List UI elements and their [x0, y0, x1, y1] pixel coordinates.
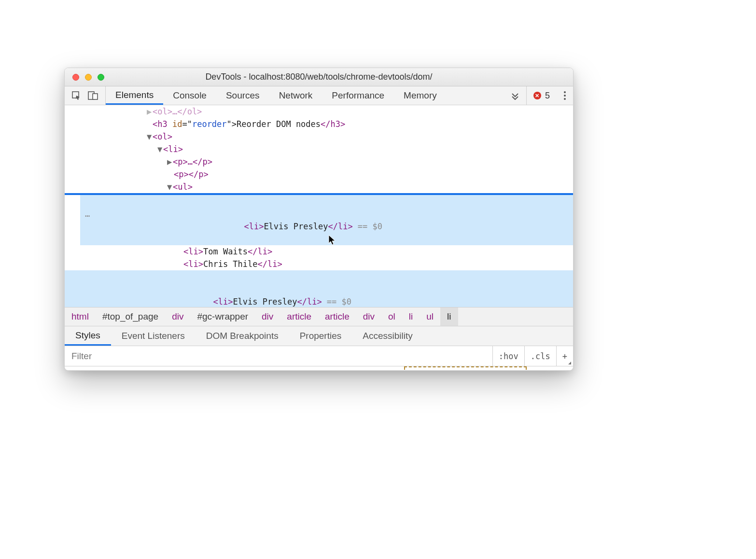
svg-point-4: [564, 95, 566, 97]
window-title: DevTools - localhost:8080/web/tools/chro…: [65, 72, 573, 82]
tab-elements[interactable]: Elements: [106, 86, 163, 105]
toolbar-left-group: [65, 86, 106, 105]
new-style-rule-button[interactable]: +: [556, 346, 573, 366]
crumb-ul[interactable]: ul: [420, 307, 440, 326]
subtab-accessibility[interactable]: Accessibility: [352, 326, 423, 346]
dom-node-li-open[interactable]: ▼<li>: [65, 143, 573, 155]
svg-point-3: [564, 91, 566, 93]
styles-filter-input[interactable]: [65, 346, 492, 366]
dom-node-li-selected[interactable]: … <li>Elvis Presley</li> == $0: [65, 270, 573, 307]
crumb-gc-wrapper[interactable]: #gc-wrapper: [190, 307, 255, 326]
dom-node-p-empty1[interactable]: <p></p>: [65, 168, 573, 181]
error-icon[interactable]: ✕: [533, 92, 541, 99]
close-window-button[interactable]: [72, 74, 79, 81]
crumb-div-2[interactable]: div: [255, 307, 280, 326]
crumb-article-2[interactable]: article: [318, 307, 356, 326]
minimize-window-button[interactable]: [85, 74, 92, 81]
dom-node-li-tom-waits[interactable]: <li>Tom Waits</li>: [65, 245, 573, 258]
breadcrumb: html #top_of_page div #gc-wrapper div ar…: [65, 307, 573, 326]
dom-node-li-chris-thile[interactable]: <li>Chris Thile</li>: [65, 258, 573, 270]
crumb-div-3[interactable]: div: [356, 307, 381, 326]
dom-node-ul-open[interactable]: ▼<ul>: [65, 181, 573, 193]
settings-menu-button[interactable]: [557, 86, 573, 105]
error-count[interactable]: 5: [545, 91, 550, 101]
traffic-lights: [65, 74, 104, 81]
svg-point-5: [564, 98, 566, 100]
inspect-element-icon[interactable]: [71, 91, 81, 100]
main-toolbar: Elements Console Sources Network Perform…: [65, 86, 573, 105]
styles-body: [65, 366, 573, 370]
dom-node-ol-collapsed[interactable]: ▶<ol>…</ol>: [65, 105, 573, 118]
tab-sources[interactable]: Sources: [216, 86, 269, 105]
subtab-styles[interactable]: Styles: [65, 326, 111, 346]
main-tabs: Elements Console Sources Network Perform…: [106, 86, 504, 105]
hov-toggle-button[interactable]: :hov: [492, 346, 524, 366]
sidebar-subtabs: Styles Event Listeners DOM Breakpoints P…: [65, 326, 573, 346]
gutter-menu-icon[interactable]: …: [85, 208, 90, 220]
tab-memory[interactable]: Memory: [394, 86, 447, 105]
device-toolbar-icon[interactable]: [88, 91, 98, 100]
crumb-html[interactable]: html: [65, 307, 96, 326]
tabs-overflow-button[interactable]: [504, 86, 526, 105]
dom-node-p-collapsed[interactable]: ▶<p>…</p>: [65, 155, 573, 168]
subtab-properties[interactable]: Properties: [289, 326, 352, 346]
dom-node-h3[interactable]: <h3 id="reorder">Reorder DOM nodes</h3>: [65, 118, 573, 130]
elements-dom-tree[interactable]: ▶<ol>…</ol> <h3 id="reorder">Reorder DOM…: [65, 105, 573, 307]
subtab-dom-breakpoints[interactable]: DOM Breakpoints: [196, 326, 289, 346]
titlebar: DevTools - localhost:8080/web/tools/chro…: [65, 68, 573, 86]
svg-rect-2: [93, 94, 98, 99]
crumb-article-1[interactable]: article: [280, 307, 318, 326]
dropdown-corner-icon: [568, 362, 571, 364]
subtab-event-listeners[interactable]: Event Listeners: [111, 326, 196, 346]
tab-console[interactable]: Console: [163, 86, 216, 105]
crumb-ol[interactable]: ol: [381, 307, 402, 326]
toolbar-right-group: ✕ 5: [526, 86, 557, 105]
crumb-li-selected[interactable]: li: [440, 307, 458, 326]
dom-node-ol-open[interactable]: ▼<ol>: [65, 130, 573, 143]
crumb-li-1[interactable]: li: [402, 307, 420, 326]
devtools-window: DevTools - localhost:8080/web/tools/chro…: [64, 68, 574, 371]
dom-node-drag-ghost[interactable]: … <li>Elvis Presley</li> == $0: [80, 195, 573, 245]
crumb-div-1[interactable]: div: [165, 307, 190, 326]
tab-network[interactable]: Network: [269, 86, 322, 105]
cls-toggle-button[interactable]: .cls: [524, 346, 556, 366]
box-model-outline: [404, 366, 527, 370]
crumb-top-of-page[interactable]: #top_of_page: [96, 307, 165, 326]
tab-performance[interactable]: Performance: [322, 86, 394, 105]
styles-toolbar: :hov .cls +: [65, 346, 573, 366]
zoom-window-button[interactable]: [98, 74, 104, 81]
